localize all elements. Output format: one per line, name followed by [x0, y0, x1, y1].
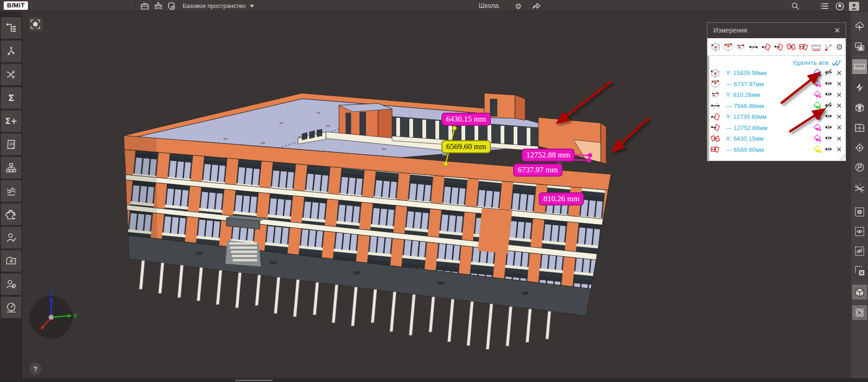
caret-down-icon[interactable] [247, 1, 257, 11]
color-swatch[interactable] [813, 79, 822, 89]
measurement-row[interactable]: Y: 810.26мм ✕ [710, 89, 844, 100]
measurement-row[interactable]: --- 6569.60мм ✕ [710, 144, 844, 155]
structure-tree-icon[interactable] [1, 17, 21, 39]
notifications-bell-icon[interactable] [834, 1, 845, 11]
visibility-eye-icon[interactable] [822, 90, 834, 100]
plugins-puzzle-icon[interactable] [1, 204, 21, 225]
hierarchy-org-icon[interactable] [1, 157, 21, 178]
tool-point-to-plane[interactable] [760, 41, 772, 53]
floor-plan-icon[interactable] [852, 120, 867, 135]
visibility-eye-slash-icon[interactable] [822, 101, 834, 111]
axes-compare-icon[interactable]: 12 [852, 181, 867, 196]
shield-clock-icon[interactable] [166, 1, 176, 11]
tool-point-plane-normal[interactable] [773, 41, 784, 53]
tool-parallel-planes[interactable] [798, 41, 809, 53]
color-swatch[interactable] [813, 112, 822, 122]
measurement-value: Y: 12739.68мм [726, 113, 813, 120]
axis-gizmo[interactable]: Z Y [30, 290, 77, 339]
close-icon[interactable]: ✕ [833, 26, 842, 35]
help-button[interactable]: ? [29, 363, 41, 375]
svg-text:2: 2 [859, 183, 861, 186]
panel-header[interactable]: Измерения ✕ [707, 23, 846, 38]
focus-hexagon-icon[interactable] [28, 17, 42, 31]
delete-row-icon[interactable]: ✕ [834, 113, 844, 121]
briefcase-icon[interactable] [140, 1, 150, 11]
clash-flash-icon[interactable] [852, 80, 867, 95]
tool-point-to-edge[interactable] [735, 41, 746, 53]
measure-ruler-icon[interactable] [852, 59, 867, 74]
project-title: Школа. [479, 2, 500, 9]
folder-share-icon[interactable] [1, 250, 21, 272]
visibility-eye-icon[interactable] [822, 112, 834, 122]
color-swatch[interactable] [813, 68, 822, 78]
flag-marker-icon[interactable] [852, 160, 867, 175]
measurement-row[interactable]: Y: 12739.68мм ✕ [710, 111, 844, 122]
user-check-icon[interactable] [1, 227, 21, 248]
delete-row-icon[interactable]: ✕ [834, 102, 844, 110]
color-swatch[interactable] [813, 101, 822, 111]
isolate-cube-icon[interactable] [852, 205, 867, 219]
color-swatch[interactable] [813, 134, 822, 143]
delete-row-icon[interactable]: ✕ [834, 135, 844, 143]
section-box-icon[interactable] [852, 100, 867, 115]
measurement-row[interactable]: --- 12752.88мм ✕ [710, 123, 844, 133]
delete-row-icon[interactable]: ✕ [834, 80, 844, 88]
visibility-eye-slash-icon[interactable] [822, 68, 834, 78]
tool-point-to-point[interactable] [723, 41, 734, 53]
selection-layers-icon[interactable] [852, 39, 867, 54]
delete-row-icon[interactable]: ✕ [834, 145, 844, 154]
row-type-icon [710, 134, 722, 144]
delete-row-icon[interactable]: ✕ [834, 69, 844, 77]
visibility-eye-icon[interactable] [822, 134, 834, 143]
shaded-cube-icon[interactable] [852, 285, 867, 300]
geometry-branch-icon[interactable] [1, 41, 21, 62]
clear-selection-icon[interactable] [852, 263, 867, 278]
tower-glazing [359, 112, 366, 136]
hide-selected-eye-slash-icon[interactable] [852, 244, 867, 259]
compare-shuffle-icon[interactable] [1, 64, 21, 85]
delete-all-button[interactable]: Удалить все [793, 59, 841, 66]
delete-row-icon[interactable]: ✕ [834, 91, 844, 99]
app-logo[interactable]: BiMiT [4, 1, 28, 10]
row-type-icon [710, 101, 722, 111]
tool-point-coordinates[interactable] [710, 41, 721, 53]
team-icon[interactable] [153, 1, 163, 11]
orbit-icon[interactable] [852, 305, 867, 320]
tool-axis-to-axis[interactable] [748, 41, 759, 53]
sigma-glyph: Σ [8, 92, 14, 103]
panel-scrollbar[interactable] [707, 38, 709, 161]
color-swatch[interactable] [813, 145, 822, 155]
sum-sigma-icon[interactable]: Σ [1, 87, 21, 109]
color-swatch[interactable] [813, 90, 822, 100]
list-icon[interactable] [820, 1, 830, 11]
visibility-eye-icon[interactable] [822, 145, 834, 155]
measurement-value: Y: 810.26мм [726, 91, 813, 98]
visibility-eye-icon[interactable] [822, 123, 834, 133]
graphs-icon[interactable] [1, 180, 21, 202]
settings-gear-icon[interactable]: ⚙ [513, 1, 523, 11]
locate-target-icon[interactable] [852, 140, 867, 155]
project-tree-icon[interactable] [852, 19, 867, 34]
sum-sigma-plus-icon[interactable]: Σ+ [1, 110, 21, 132]
tool-plane-to-plane[interactable] [786, 41, 797, 53]
visibility-eye-icon[interactable] [822, 79, 834, 89]
color-swatch[interactable] [813, 123, 822, 133]
user-location-icon[interactable] [1, 273, 21, 295]
workspace-selector[interactable]: Базовое пространство [183, 2, 246, 9]
measurement-row[interactable]: X: 6430.15мм ✕ [710, 133, 844, 144]
search-icon[interactable] [790, 1, 800, 11]
sheet-2d-icon[interactable]: 2D [1, 134, 21, 155]
panel-resize-handle[interactable] [839, 154, 845, 160]
tool-angle[interactable] [823, 41, 834, 53]
tool-ruler-free[interactable] [811, 41, 822, 53]
delete-all-label: Удалить все [793, 59, 829, 66]
share-icon[interactable] [531, 1, 542, 11]
user-avatar-icon[interactable] [849, 1, 859, 11]
dashboard-gauge-icon[interactable] [1, 297, 21, 318]
measurement-row[interactable]: Y: 15839.98мм ✕ [710, 68, 844, 78]
measurement-row[interactable]: --- 6737.97мм ✕ [710, 79, 844, 89]
panel-settings-gear-icon[interactable]: ⚙ [836, 42, 843, 52]
delete-row-icon[interactable]: ✕ [834, 123, 844, 132]
measurement-row[interactable]: --- 7946.88мм ✕ [710, 101, 844, 111]
show-selected-eye-icon[interactable] [852, 224, 867, 239]
